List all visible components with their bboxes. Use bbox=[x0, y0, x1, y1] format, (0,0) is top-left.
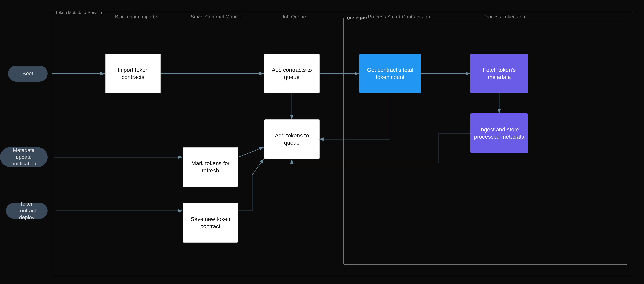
trigger-token-contract-deploy: Token contract deploy bbox=[6, 203, 48, 219]
node-add-tokens-to-queue: Add tokens to queue bbox=[264, 119, 320, 159]
trigger-boot: Boot bbox=[8, 66, 48, 82]
node-fetch-tokens-metadata: Fetch token's metadata bbox=[470, 54, 528, 93]
col-header-job-queue: Job Queue bbox=[270, 14, 318, 20]
col-header-blockchain: Blockchain Importer bbox=[109, 14, 165, 20]
node-ingest-store-metadata: Ingest and store processed metadata bbox=[470, 113, 528, 153]
node-get-contract-total: Get contract's total token count bbox=[359, 54, 421, 93]
col-header-process-smart: Process Smart Contract Job bbox=[361, 14, 437, 20]
trigger-metadata-update: Metadata update notification bbox=[0, 147, 48, 167]
col-header-smart-contract: Smart Contract Monitor bbox=[186, 14, 246, 20]
col-header-process-token: Process Token Job bbox=[474, 14, 534, 20]
outer-label: Token Metadata Service bbox=[54, 10, 103, 15]
node-mark-tokens-refresh: Mark tokens for refresh bbox=[183, 147, 238, 187]
node-import-token-contracts: Import token contracts bbox=[105, 54, 161, 93]
diagram-container: Token Metadata Service Queue jobs Blockc… bbox=[52, 8, 637, 278]
node-add-contracts-to-queue: Add contracts to queue bbox=[264, 54, 320, 93]
node-save-new-token-contract: Save new token contract bbox=[183, 203, 238, 243]
